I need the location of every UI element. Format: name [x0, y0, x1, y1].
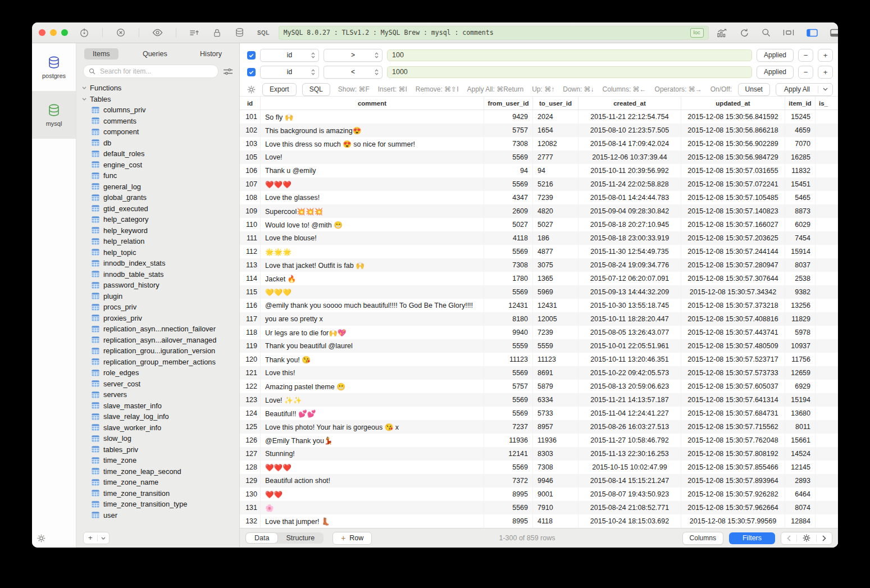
table-row[interactable]: 106Thank u @emily94942015-10-11 20:39:56…: [240, 164, 838, 177]
cell-to_user_id[interactable]: 2777: [533, 151, 579, 164]
cell-from_user_id[interactable]: 5569: [484, 245, 533, 258]
next-page-button[interactable]: [817, 532, 832, 544]
cell-to_user_id[interactable]: 8957: [533, 420, 579, 434]
cell-comment[interactable]: @Emily Thank you💃: [261, 434, 484, 447]
cell-comment[interactable]: Supercool💥💥💥: [261, 204, 484, 218]
cell-comment[interactable]: So fly 🙌: [261, 110, 484, 124]
cell-updated_at[interactable]: 2015-12-08 15:30:57.166027: [681, 218, 785, 231]
table-row[interactable]: 119Thank you beautiful @laurel5559555920…: [240, 339, 838, 353]
cell-item_id[interactable]: 12884: [785, 514, 816, 528]
cell-from_user_id[interactable]: 9429: [484, 110, 533, 124]
search-icon[interactable]: [762, 28, 771, 37]
cell-created_at[interactable]: 2015-11-21 14:13:57.187: [579, 393, 681, 407]
cell-created_at[interactable]: 2015-10-01 22:05:51.961: [579, 339, 681, 353]
cell-is_[interactable]: [816, 272, 838, 285]
cell-updated_at[interactable]: 2015-12-08 15:30:56.841592: [681, 110, 785, 124]
table-row[interactable]: 132Love that jumper! 👢899541182015-10-24…: [240, 514, 838, 528]
cell-to_user_id[interactable]: 11936: [533, 434, 579, 447]
sidebar-item-time_zone_transition[interactable]: time_zone_transition: [76, 488, 239, 499]
cell-item_id[interactable]: 6464: [785, 487, 816, 501]
sidebar-item-password_history[interactable]: password_history: [76, 280, 239, 291]
column-header-comment[interactable]: comment: [261, 97, 484, 110]
tab-structure[interactable]: Structure: [277, 533, 323, 543]
cell-from_user_id[interactable]: 7308: [484, 258, 533, 272]
cell-id[interactable]: 130: [240, 487, 261, 501]
sidebar-item-plugin[interactable]: plugin: [76, 291, 239, 302]
add-filter-button[interactable]: +: [818, 49, 833, 62]
cell-from_user_id[interactable]: 7308: [484, 137, 533, 151]
filter-enabled-checkbox[interactable]: [247, 68, 256, 76]
cell-created_at[interactable]: 2015-09-13 14:44:32.209: [579, 285, 681, 299]
table-row[interactable]: 120Thank you! 😘11123111232015-10-11 13:2…: [240, 353, 838, 366]
cell-id[interactable]: 111: [240, 231, 261, 245]
tab-history[interactable]: History: [192, 48, 230, 60]
cell-is_[interactable]: [816, 393, 838, 407]
cell-to_user_id[interactable]: 5969: [533, 285, 579, 299]
cell-comment[interactable]: Beautiful!! 💕💕: [261, 407, 484, 420]
cell-to_user_id[interactable]: 4118: [533, 514, 579, 528]
cell-updated_at[interactable]: 2015-12-08 15:30:57.855466: [681, 461, 785, 474]
cell-updated_at[interactable]: 2015-12-08 15:30:57.072241: [681, 177, 785, 191]
table-row[interactable]: 114Jacket 🔥178013652015-07-12 06:20:07.0…: [240, 272, 838, 285]
cell-is_[interactable]: [816, 407, 838, 420]
filter-enabled-checkbox[interactable]: [247, 51, 256, 60]
cell-is_[interactable]: [816, 339, 838, 353]
cell-is_[interactable]: [816, 474, 838, 487]
sidebar-item-slave_master_info[interactable]: slave_master_info: [76, 400, 239, 412]
cell-is_[interactable]: [816, 204, 838, 218]
cell-created_at[interactable]: 2015-10-30 13:55:18.745: [579, 299, 681, 312]
cell-comment[interactable]: Love the blouse!: [261, 231, 484, 245]
cell-comment[interactable]: Love this!: [261, 366, 484, 380]
connection-mysql[interactable]: mysql: [32, 91, 76, 139]
cell-updated_at[interactable]: 2015-12-08 15:30:57.443741: [681, 326, 785, 339]
table-row[interactable]: 124Beautiful!! 💕💕556957332015-11-04 12:2…: [240, 407, 838, 420]
cell-id[interactable]: 118: [240, 326, 261, 339]
cell-to_user_id[interactable]: 3075: [533, 258, 579, 272]
cell-item_id[interactable]: 13680: [785, 407, 816, 420]
cell-comment[interactable]: 💛💛💛: [261, 285, 484, 299]
column-header-updated_at[interactable]: updated_at: [681, 97, 785, 110]
cell-to_user_id[interactable]: 6334: [533, 393, 579, 407]
tab-queries[interactable]: Queries: [134, 48, 176, 60]
sidebar-item-slave_worker_info[interactable]: slave_worker_info: [76, 422, 239, 434]
cell-is_[interactable]: [816, 218, 838, 231]
table-row[interactable]: 123Love! ✨✨556963342015-11-21 14:13:57.1…: [240, 393, 838, 407]
filter-settings-gear-icon[interactable]: [247, 85, 256, 94]
cell-is_[interactable]: [816, 380, 838, 393]
table-row[interactable]: 102This background is amazing😍5757165420…: [240, 124, 838, 137]
cell-to_user_id[interactable]: 8691: [533, 366, 579, 380]
page-settings-gear-icon[interactable]: [797, 532, 816, 544]
table-row[interactable]: 113Love that jacket! Outfit is fab 🙌7308…: [240, 258, 838, 272]
cell-item_id[interactable]: 16285: [785, 151, 816, 164]
cell-created_at[interactable]: 2015-08-18 20:27:10.945: [579, 218, 681, 231]
cell-created_at[interactable]: 2015-10-11 20:39:56.992: [579, 164, 681, 177]
cell-created_at[interactable]: 2015-08-07 19:43:50.923: [579, 487, 681, 501]
cell-created_at[interactable]: 2015-08-13 20:59:06.623: [579, 380, 681, 393]
cell-updated_at[interactable]: 2015-12-08 15:30:57.408816: [681, 312, 785, 326]
sidebar-item-help_keyword[interactable]: help_keyword: [76, 225, 239, 236]
cell-is_[interactable]: [816, 191, 838, 204]
cell-comment[interactable]: you are so pretty x: [261, 312, 484, 326]
cell-from_user_id[interactable]: 5569: [484, 461, 533, 474]
cell-id[interactable]: 121: [240, 366, 261, 380]
cell-id[interactable]: 117: [240, 312, 261, 326]
cell-comment[interactable]: Ur legs are to die for🙌💖: [261, 326, 484, 339]
cell-created_at[interactable]: 2015-10-15 10:02:47.99: [579, 461, 681, 474]
cell-from_user_id[interactable]: 9940: [484, 326, 533, 339]
table-row[interactable]: 122Amazing pastel theme 😬575758792015-08…: [240, 380, 838, 393]
cell-from_user_id[interactable]: 4118: [484, 231, 533, 245]
filter-value-input[interactable]: [387, 66, 752, 78]
sidebar-item-time_zone_name[interactable]: time_zone_name: [76, 477, 239, 488]
filter-value-input[interactable]: [387, 49, 752, 61]
table-row[interactable]: 128❤️❤️❤️556973082015-10-15 10:02:47.992…: [240, 461, 838, 474]
cell-is_[interactable]: [816, 110, 838, 124]
cell-is_[interactable]: [816, 434, 838, 447]
cell-id[interactable]: 116: [240, 299, 261, 312]
columns-button[interactable]: Columns: [682, 532, 723, 545]
cell-to_user_id[interactable]: 5733: [533, 407, 579, 420]
cell-created_at[interactable]: 2015-08-18 23:00:33.919: [579, 231, 681, 245]
disconnect-icon[interactable]: [116, 28, 126, 38]
minimize-window-button[interactable]: [50, 29, 57, 36]
cell-is_[interactable]: [816, 461, 838, 474]
cell-item_id[interactable]: 7070: [785, 137, 816, 151]
